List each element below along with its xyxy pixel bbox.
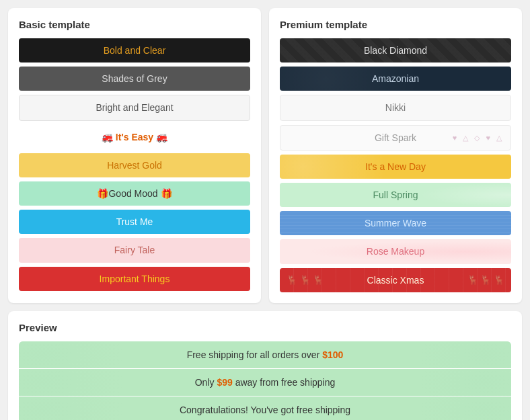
premium-amazonian[interactable]: Amazonian xyxy=(280,67,511,91)
basic-harvest-gold[interactable]: Harvest Gold xyxy=(19,153,250,177)
top-section: Basic template Bold and Clear Shades of … xyxy=(8,8,522,303)
preview-bar-2: Only $99 away from free shipping xyxy=(19,369,511,396)
preview-bar-2-prefix: Only xyxy=(195,377,217,388)
preview-bar-2-accent: $99 xyxy=(217,377,232,388)
preview-title: Preview xyxy=(19,322,511,333)
premium-gift-spark[interactable]: Gift Spark xyxy=(280,125,511,151)
basic-important-things[interactable]: Important Things xyxy=(19,267,250,291)
premium-template-title: Premium template xyxy=(280,19,511,30)
preview-bar-2-suffix: away from free shipping xyxy=(233,377,336,388)
preview-bar-1: Free shipping for all orders over $100 xyxy=(19,341,511,368)
premium-template-card: Premium template Black Diamond Amazonian… xyxy=(269,8,522,303)
preview-bar-3: Congratulations! You've got free shippin… xyxy=(19,396,511,420)
premium-template-list: Black Diamond Amazonian Nikki Gift Spark… xyxy=(280,38,511,292)
premium-rose-makeup[interactable]: Rose Makeup xyxy=(280,239,511,263)
basic-good-mood[interactable]: 🎁Good Mood 🎁 xyxy=(19,181,250,206)
preview-card: Preview Free shipping for all orders ove… xyxy=(8,311,522,420)
preview-bar-1-accent: $100 xyxy=(322,349,343,360)
premium-summer-wave[interactable]: Summer Wave xyxy=(280,211,511,235)
premium-classic-xmas[interactable]: Classic Xmas xyxy=(280,268,511,292)
preview-bars: Free shipping for all orders over $100 O… xyxy=(19,341,511,420)
basic-template-card: Basic template Bold and Clear Shades of … xyxy=(8,8,261,303)
basic-bold-clear[interactable]: Bold and Clear xyxy=(19,38,250,62)
basic-fairy-tale[interactable]: Fairy Tale xyxy=(19,238,250,262)
basic-bright-elegant[interactable]: Bright and Elegant xyxy=(19,95,250,120)
premium-new-day[interactable]: It's a New Day xyxy=(280,155,511,179)
preview-bar-1-prefix: Free shipping for all orders over xyxy=(187,349,323,360)
premium-black-diamond[interactable]: Black Diamond xyxy=(280,38,511,62)
premium-nikki[interactable]: Nikki xyxy=(280,95,511,120)
basic-template-title: Basic template xyxy=(19,19,250,30)
basic-template-list: Bold and Clear Shades of Grey Bright and… xyxy=(19,38,250,291)
basic-trust-me[interactable]: Trust Me xyxy=(19,210,250,234)
preview-bar-3-text: Congratulations! You've got free shippin… xyxy=(180,405,350,415)
basic-its-easy[interactable]: 🚒 It's Easy 🚒 xyxy=(19,125,250,149)
basic-shades-grey[interactable]: Shades of Grey xyxy=(19,67,250,91)
premium-full-spring[interactable]: Full Spring xyxy=(280,183,511,207)
